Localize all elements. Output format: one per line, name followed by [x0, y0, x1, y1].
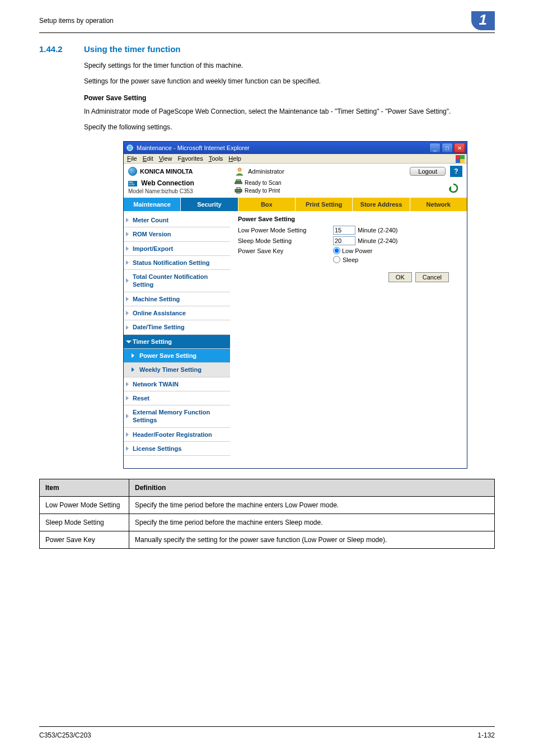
refresh-icon[interactable] [448, 183, 459, 194]
footer-right: 1-132 [477, 731, 495, 739]
admin-label: Administrator [248, 168, 284, 175]
table-cell: Specify the time period before the machi… [129, 514, 495, 531]
sleep-radio-label: Sleep [343, 256, 358, 263]
close-button[interactable]: ✕ [454, 143, 465, 153]
sidebar-item-power-save[interactable]: Power Save Setting [124, 349, 230, 363]
low-power-label: Low Power Mode Setting [238, 227, 333, 234]
low-power-radio[interactable] [333, 247, 340, 254]
svg-marker-5 [235, 181, 242, 184]
sleep-mode-label: Sleep Mode Setting [238, 237, 333, 244]
sidebar-item-reset[interactable]: Reset [124, 391, 230, 405]
table-header-definition: Definition [129, 479, 495, 497]
windows-flag-icon [456, 155, 465, 163]
printer-icon [235, 187, 242, 194]
pagescope-title: PAGESCOPE Web Connection [128, 179, 235, 187]
paragraph: Specify settings for the timer function … [84, 60, 495, 71]
sidebar-item-timer[interactable]: Timer Setting [124, 335, 230, 349]
subheading: Power Save Setting [84, 94, 495, 102]
scan-status: Ready to Scan [245, 180, 282, 186]
table-cell: Specify the time period before the machi… [129, 497, 495, 514]
sidebar-item-header[interactable]: Header/Footer Registration [124, 428, 230, 442]
menu-edit[interactable]: Edit [143, 155, 153, 162]
section-number: 1.44.2 [39, 44, 67, 54]
paragraph: In Administrator mode of PageScope Web C… [84, 106, 495, 116]
table-header-item: Item [40, 479, 129, 497]
svg-rect-9 [237, 192, 240, 193]
table-cell: Sleep Mode Setting [40, 514, 129, 531]
menu-tools[interactable]: Tools [209, 155, 223, 162]
footer-left: C353/C253/C203 [39, 731, 91, 739]
table-cell: Manually specify the setting for the pow… [129, 531, 495, 549]
help-button[interactable]: ? [450, 166, 462, 177]
sidebar-item-date[interactable]: Date/Time Setting [124, 320, 230, 334]
sidebar-item-meter[interactable]: Meter Count [124, 213, 230, 227]
table-row: Sleep Mode Setting Specify the time peri… [40, 514, 495, 531]
sidebar-item-import[interactable]: Import/Export [124, 242, 230, 256]
chapter-badge: 1 [471, 11, 495, 30]
menu-file[interactable]: File [127, 155, 137, 162]
sidebar-item-online[interactable]: Online Assistance [124, 306, 230, 320]
svg-point-1 [238, 168, 241, 171]
minute-label: Minute (2-240) [358, 227, 398, 234]
sidebar-item-license[interactable]: License Settings [124, 442, 230, 456]
table-row: Low Power Mode Setting Specify the time … [40, 497, 495, 514]
tab-security[interactable]: Security [180, 198, 237, 211]
sleep-radio[interactable] [333, 256, 340, 263]
sidebar-item-status[interactable]: Status Notification Setting [124, 256, 230, 270]
svg-rect-6 [236, 180, 241, 181]
maximize-button[interactable]: □ [442, 143, 453, 153]
definitions-table: Item Definition Low Power Mode Setting S… [39, 479, 495, 549]
form-title: Power Save Setting [238, 216, 459, 222]
section-title: Using the timer function [84, 44, 181, 54]
breadcrumb: Setup items by operation [39, 17, 114, 25]
table-cell: Low Power Mode Setting [40, 497, 129, 514]
sidebar-item-rom[interactable]: ROM Version [124, 227, 230, 241]
power-save-key-label: Power Save Key [238, 248, 333, 254]
low-power-radio-label: Low Power [342, 248, 372, 254]
sidebar-item-machine[interactable]: Machine Setting [124, 292, 230, 306]
tab-print-setting[interactable]: Print Setting [295, 198, 352, 211]
cancel-button[interactable]: Cancel [415, 272, 449, 282]
tab-store-address[interactable]: Store Address [352, 198, 409, 211]
minimize-button[interactable]: _ [429, 143, 441, 153]
sidebar-item-twain[interactable]: Network TWAIN [124, 377, 230, 391]
logout-button[interactable]: Logout [410, 167, 446, 176]
menu-favorites[interactable]: Favorites [177, 155, 203, 162]
svg-rect-8 [237, 188, 240, 189]
paragraph: Settings for the power save function and… [84, 76, 495, 86]
tab-network[interactable]: Network [410, 198, 467, 211]
model-label: Model Name:bizhub C353 [128, 188, 235, 194]
scanner-icon [235, 179, 242, 186]
admin-icon [235, 167, 245, 176]
sidebar-item-total[interactable]: Total Counter Notification Setting [124, 270, 230, 292]
ok-button[interactable]: OK [388, 272, 412, 282]
km-logo-icon [128, 167, 137, 176]
print-status: Ready to Print [245, 188, 280, 194]
paragraph: Specify the following settings. [84, 122, 495, 132]
sidebar-item-external[interactable]: External Memory Function Settings [124, 405, 230, 428]
tab-box[interactable]: Box [238, 198, 295, 211]
window-title: Maintenance - Microsoft Internet Explore… [137, 144, 250, 151]
table-cell: Power Save Key [40, 531, 129, 549]
menu-help[interactable]: Help [228, 155, 241, 162]
tab-maintenance[interactable]: Maintenance [124, 198, 180, 211]
svg-text:SCOPE: SCOPE [129, 184, 135, 186]
svg-rect-7 [235, 189, 242, 192]
sleep-mode-input[interactable] [333, 236, 355, 245]
minute-label: Minute (2-240) [358, 237, 398, 244]
screenshot-window: Maintenance - Microsoft Internet Explore… [123, 141, 467, 469]
sidebar-item-weekly-timer[interactable]: Weekly Timer Setting [124, 363, 230, 377]
menu-view[interactable]: View [159, 155, 172, 162]
table-row: Power Save Key Manually specify the sett… [40, 531, 495, 549]
brand-label: KONICA MINOLTA [140, 168, 193, 175]
ie-icon [126, 144, 134, 152]
low-power-input[interactable] [333, 226, 355, 235]
